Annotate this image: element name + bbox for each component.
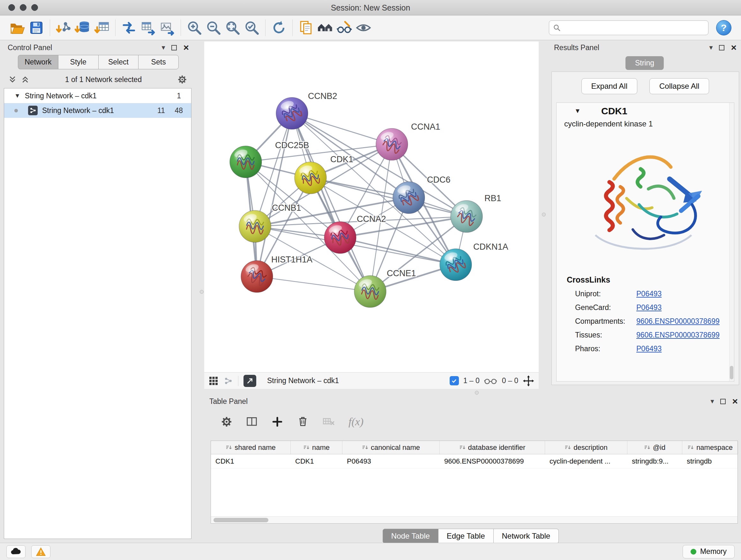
tab-node-table[interactable]: Node Table — [383, 529, 439, 543]
node-CDKN1A[interactable] — [440, 249, 472, 281]
import-network-from-file-button[interactable] — [54, 18, 73, 37]
network-collection-row[interactable]: ▼ String Network – cdk1 1 — [4, 88, 191, 103]
panel-close-icon[interactable]: × — [731, 43, 737, 52]
crosslink-link[interactable]: 9606.ENSP00000378699 — [636, 331, 720, 339]
column-header-database-identifier[interactable]: database identifier — [440, 441, 545, 454]
tab-string[interactable]: String — [625, 56, 664, 70]
network-canvas[interactable]: CCNB2CCNA1CDC25BCDK1CDC6RB1CCNB1CCNA2CDK… — [204, 42, 539, 372]
add-column-icon[interactable] — [271, 416, 283, 428]
crosslink-link[interactable]: P06493 — [636, 290, 662, 298]
table-cell: stringdb — [682, 454, 738, 468]
node-CCNB1[interactable] — [239, 210, 271, 242]
open-in-new-window-button[interactable] — [244, 375, 256, 387]
gear-icon[interactable] — [221, 416, 232, 428]
results-scroll-thumb[interactable] — [730, 366, 733, 379]
bottom-splitter-handle[interactable] — [475, 391, 479, 395]
node-CCNA1[interactable] — [376, 128, 408, 160]
column-header-shared-name[interactable]: shared name — [211, 441, 291, 454]
node-CCNE1[interactable] — [354, 275, 386, 307]
selected-nodes-icon[interactable] — [450, 376, 459, 385]
memory-button[interactable]: Memory — [683, 545, 735, 558]
share-network-icon[interactable] — [223, 376, 233, 386]
tab-style[interactable]: Style — [58, 55, 98, 69]
node-RB1[interactable] — [451, 200, 482, 233]
node-CDC6[interactable] — [393, 182, 425, 213]
open-session-button[interactable] — [8, 18, 27, 37]
gear-icon[interactable] — [178, 75, 187, 84]
panel-menu-icon[interactable]: ▾ — [711, 398, 714, 405]
delete-column-icon[interactable] — [297, 416, 309, 428]
show-hide-panel-button[interactable] — [354, 18, 373, 37]
node-CDC25B[interactable] — [230, 146, 262, 178]
panel-menu-icon[interactable]: ▾ — [709, 44, 713, 51]
panel-float-icon[interactable] — [719, 45, 724, 51]
search-box[interactable] — [549, 20, 709, 35]
export-network-button[interactable] — [138, 18, 158, 37]
search-input[interactable] — [563, 23, 704, 32]
zoom-selected-button[interactable] — [242, 18, 261, 37]
left-splitter-handle[interactable] — [200, 290, 204, 294]
section-collapse-icon[interactable]: ▼ — [575, 107, 581, 115]
import-table-from-file-button[interactable] — [92, 18, 111, 37]
crosslink-link[interactable]: P06493 — [636, 345, 662, 353]
collapse-all-button[interactable]: Collapse All — [650, 78, 709, 94]
node-CCNB2[interactable] — [276, 98, 308, 129]
columns-icon[interactable] — [246, 416, 258, 428]
warnings-button[interactable] — [31, 545, 51, 558]
tab-sets[interactable]: Sets — [138, 55, 179, 69]
hidden-items-icon[interactable] — [484, 376, 497, 385]
node-CCNA2[interactable] — [324, 222, 356, 253]
panel-float-icon[interactable] — [720, 399, 726, 404]
merge-networks-button[interactable] — [119, 18, 138, 37]
column-header-description[interactable]: description — [545, 441, 627, 454]
crosslink-link[interactable]: 9606.ENSP00000378699 — [636, 317, 720, 326]
column-header-canonical-name[interactable]: canonical name — [342, 441, 440, 454]
table-scroll-thumb[interactable] — [213, 518, 268, 522]
graphics-details-button[interactable] — [335, 18, 354, 37]
expand-all-icon[interactable] — [21, 75, 29, 84]
node-HIST1H1A[interactable] — [241, 260, 273, 293]
help-button[interactable]: ? — [716, 20, 731, 36]
network-row-selected[interactable]: String Network – cdk1 11 48 — [4, 103, 191, 118]
tab-edge-table[interactable]: Edge Table — [439, 529, 494, 543]
copy-document-button[interactable] — [296, 18, 316, 37]
panel-close-icon[interactable]: × — [732, 396, 738, 406]
edge-HIST1H1A-CCNE1[interactable] — [257, 276, 370, 292]
table-horizontal-scrollbar[interactable] — [211, 516, 738, 523]
right-splitter-handle[interactable] — [542, 212, 546, 216]
edge-CCNA2-CDKN1A[interactable] — [340, 238, 456, 265]
column-header-namespace[interactable]: namespace — [682, 441, 738, 454]
home-button[interactable] — [316, 18, 335, 37]
node-CDK1[interactable] — [294, 162, 327, 194]
tree-expand-icon[interactable]: ▼ — [14, 92, 20, 99]
network-view[interactable]: CCNB2CCNA1CDC25BCDK1CDC6RB1CCNB1CCNA2CDK… — [204, 42, 539, 389]
edge-CCNB2-CCNE1[interactable] — [292, 113, 370, 292]
export-image-button[interactable] — [158, 18, 177, 37]
column-label: shared name — [234, 443, 275, 452]
expand-all-button[interactable]: Expand All — [582, 78, 637, 94]
fit-content-icon[interactable] — [523, 375, 534, 387]
collapse-all-icon[interactable] — [8, 75, 17, 84]
import-network-from-database-button[interactable] — [73, 18, 92, 37]
tab-select[interactable]: Select — [98, 55, 138, 69]
panel-close-icon[interactable]: × — [183, 43, 189, 52]
results-scrollbar[interactable] — [729, 103, 734, 381]
zoom-out-button[interactable] — [204, 18, 223, 37]
grid-view-icon[interactable] — [209, 376, 218, 386]
column-header-@id[interactable]: @id — [627, 441, 682, 454]
crosslink-link[interactable]: P06493 — [636, 303, 662, 312]
apply-layout-button[interactable] — [269, 18, 288, 37]
table-row[interactable]: CDK1CDK1P064939606.ENSP00000378699cyclin… — [211, 454, 738, 469]
zoom-fit-button[interactable] — [223, 18, 242, 37]
function-builder-button[interactable]: f(x) — [348, 416, 363, 428]
tab-network-table[interactable]: Network Table — [494, 529, 559, 543]
column-header-name[interactable]: name — [291, 441, 342, 454]
zoom-in-button[interactable] — [185, 18, 204, 37]
clear-table-icon[interactable] — [322, 415, 335, 428]
save-session-button[interactable] — [27, 18, 46, 37]
tab-network[interactable]: Network — [18, 55, 58, 69]
gene-section-header[interactable]: ▼ CDK1 — [556, 103, 734, 119]
panel-float-icon[interactable] — [172, 45, 177, 51]
panel-menu-icon[interactable]: ▾ — [161, 44, 165, 51]
cloud-button[interactable] — [6, 545, 25, 558]
